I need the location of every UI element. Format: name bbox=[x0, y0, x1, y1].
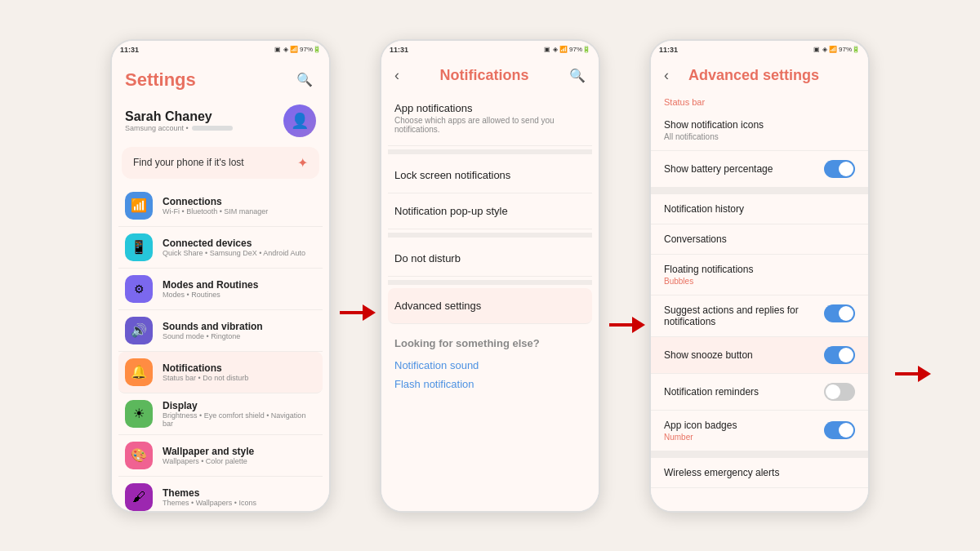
emergency-title: Wireless emergency alerts bbox=[664, 467, 855, 478]
list-item-connected-devices[interactable]: 📱 Connected devices Quick Share • Samsun… bbox=[118, 227, 323, 269]
reminders-text: Notification reminders bbox=[664, 386, 824, 398]
arrow-3 bbox=[895, 366, 931, 382]
avatar-icon: 👤 bbox=[291, 112, 309, 130]
notif-item-dnd[interactable]: Do not disturb bbox=[388, 241, 592, 277]
notif-history-title: Notification history bbox=[664, 203, 855, 215]
profile-name: Sarah Chaney bbox=[125, 109, 274, 124]
phone-2-notifications: 11:31 ▣ ◈ 📶 97%🔋 ‹ Notifications 🔍 App n… bbox=[380, 39, 600, 513]
search-button[interactable]: 🔍 bbox=[293, 69, 316, 91]
divider-3 bbox=[388, 280, 592, 285]
sounds-sub: Sound mode • Ringtone bbox=[163, 332, 316, 340]
show-notif-icons-title: Show notification icons bbox=[664, 119, 855, 131]
adv-item-battery-pct[interactable]: Show battery percentage bbox=[651, 151, 868, 188]
suggest-actions-title: Suggest actions and replies for notifica… bbox=[664, 304, 824, 327]
display-title: Display bbox=[163, 400, 316, 411]
settings-list: 📶 Connections Wi-Fi • Bluetooth • SIM ma… bbox=[112, 185, 329, 511]
list-item-display[interactable]: ☀ Display Brightness • Eye comfort shiel… bbox=[118, 393, 323, 435]
snooze-title: Show snooze button bbox=[664, 349, 824, 361]
phone-3-wrapper: 11:31 ▣ ◈ 📶 97%🔋 ‹ Advanced settings Sta… bbox=[649, 39, 870, 513]
notification-sound-link[interactable]: Notification sound bbox=[394, 356, 586, 375]
back-button-2[interactable]: ‹ bbox=[394, 67, 399, 84]
notifications-nav-title: Notifications bbox=[439, 67, 528, 84]
list-item-wallpaper[interactable]: 🎨 Wallpaper and style Wallpapers • Color… bbox=[118, 435, 323, 477]
list-item-modes[interactable]: ⚙ Modes and Routines Modes • Routines bbox=[118, 269, 323, 310]
settings-header: Settings 🔍 bbox=[112, 59, 329, 98]
notif-item-app-notifications[interactable]: App notifications Choose which apps are … bbox=[388, 91, 592, 146]
reminders-title: Notification reminders bbox=[664, 386, 824, 398]
suggest-actions-text: Suggest actions and replies for notifica… bbox=[664, 304, 824, 327]
show-notif-icons-sub: All notifications bbox=[664, 132, 855, 141]
connections-icon: 📶 bbox=[125, 192, 153, 220]
notifications-list: App notifications Choose which apps are … bbox=[381, 91, 599, 324]
arrow-1-shaft bbox=[340, 311, 363, 314]
time-1: 11:31 bbox=[120, 46, 139, 54]
profile-sub: Samsung account • bbox=[125, 124, 274, 132]
adv-item-floating[interactable]: Floating notifications Bubbles bbox=[651, 255, 868, 295]
app-notif-title: App notifications bbox=[394, 102, 586, 114]
wallpaper-icon: 🎨 bbox=[125, 442, 153, 469]
settings-title: Settings bbox=[125, 69, 196, 91]
modes-icon: ⚙ bbox=[125, 275, 153, 303]
app-notif-sub: Choose which apps are allowed to send yo… bbox=[394, 116, 586, 134]
app-badges-title: App icon badges bbox=[664, 420, 824, 431]
battery-pct-toggle[interactable] bbox=[824, 160, 855, 178]
sparkle-icon: ✦ bbox=[297, 155, 308, 171]
nav-header-2: ‹ Notifications 🔍 bbox=[381, 59, 599, 91]
profile-section[interactable]: Sarah Chaney Samsung account • 👤 bbox=[112, 98, 329, 147]
status-icons-1: ▣ ◈ 📶 97%🔋 bbox=[274, 46, 321, 53]
find-phone-banner[interactable]: Find your phone if it's lost ✦ bbox=[122, 147, 319, 179]
notifications-text: Notifications Status bar • Do not distur… bbox=[163, 362, 316, 382]
notif-item-popup[interactable]: Notification pop-up style bbox=[388, 193, 592, 229]
looking-section: Looking for something else? Notification… bbox=[381, 324, 599, 400]
adv-item-reminders[interactable]: Notification reminders bbox=[651, 374, 868, 411]
adv-item-conversations[interactable]: Conversations bbox=[651, 224, 868, 255]
floating-title: Floating notifications bbox=[664, 264, 855, 275]
arrow-3-shaft bbox=[895, 372, 918, 375]
conversations-title: Conversations bbox=[664, 233, 855, 245]
connections-sub: Wi-Fi • Bluetooth • SIM manager bbox=[163, 207, 316, 216]
battery-icon-1: ▣ ◈ 📶 97%🔋 bbox=[274, 46, 321, 53]
sounds-text: Sounds and vibration Sound mode • Ringto… bbox=[163, 321, 316, 340]
list-item-themes[interactable]: 🖌 Themes Themes • Wallpapers • Icons bbox=[118, 477, 323, 511]
divider-2 bbox=[388, 233, 592, 238]
profile-sub-bar bbox=[192, 126, 233, 131]
status-icons-2: ▣ ◈ 📶 97%🔋 bbox=[544, 46, 590, 53]
sounds-icon: 🔊 bbox=[125, 317, 153, 344]
lock-notif-title: Lock screen notifications bbox=[394, 169, 586, 181]
list-item-sounds[interactable]: 🔊 Sounds and vibration Sound mode • Ring… bbox=[118, 310, 323, 352]
reminders-toggle[interactable] bbox=[824, 383, 855, 401]
arrow-1 bbox=[340, 304, 376, 321]
notif-item-lock[interactable]: Lock screen notifications bbox=[388, 158, 592, 193]
app-badges-text: App icon badges Number bbox=[664, 420, 824, 442]
themes-icon: 🖌 bbox=[125, 483, 153, 511]
adv-item-emergency[interactable]: Wireless emergency alerts bbox=[651, 458, 868, 488]
snooze-toggle[interactable] bbox=[824, 346, 855, 364]
notif-item-advanced[interactable]: Advanced settings bbox=[388, 288, 592, 324]
connected-devices-text: Connected devices Quick Share • Samsung … bbox=[163, 238, 316, 257]
list-item-connections[interactable]: 📶 Connections Wi-Fi • Bluetooth • SIM ma… bbox=[118, 185, 323, 227]
flash-notification-link[interactable]: Flash notification bbox=[394, 375, 586, 393]
screen-1: Settings 🔍 Sarah Chaney Samsung account … bbox=[112, 59, 329, 511]
advanced-list: Status bar Show notification icons All n… bbox=[651, 91, 868, 488]
find-phone-text: Find your phone if it's lost bbox=[133, 157, 244, 168]
app-badges-sub: Number bbox=[664, 433, 824, 442]
adv-item-notif-history[interactable]: Notification history bbox=[651, 194, 868, 224]
app-badges-toggle[interactable] bbox=[824, 421, 855, 439]
main-container: 11:31 ▣ ◈ 📶 97%🔋 Settings 🔍 Sarah Chaney bbox=[94, 23, 886, 529]
show-notif-icons-text: Show notification icons All notification… bbox=[664, 119, 855, 141]
adv-item-snooze[interactable]: Show snooze button bbox=[651, 337, 868, 374]
phone-2-wrapper: 11:31 ▣ ◈ 📶 97%🔋 ‹ Notifications 🔍 App n… bbox=[380, 39, 600, 513]
connected-devices-sub: Quick Share • Samsung DeX • Android Auto bbox=[163, 249, 316, 257]
back-button-3[interactable]: ‹ bbox=[664, 67, 669, 84]
list-item-notifications[interactable]: 🔔 Notifications Status bar • Do not dist… bbox=[118, 352, 323, 393]
themes-title: Themes bbox=[163, 487, 316, 499]
battery-pct-title: Show battery percentage bbox=[664, 163, 824, 175]
section-divider-2 bbox=[651, 451, 868, 458]
status-bar-section-label: Status bar bbox=[651, 91, 868, 110]
suggest-actions-toggle[interactable] bbox=[824, 304, 855, 322]
adv-item-show-notif-icons[interactable]: Show notification icons All notification… bbox=[651, 110, 868, 151]
adv-item-suggest-actions[interactable]: Suggest actions and replies for notifica… bbox=[651, 295, 868, 337]
adv-item-app-badges[interactable]: App icon badges Number bbox=[651, 411, 868, 451]
arrow-2-shaft bbox=[609, 323, 632, 327]
search-icon-2[interactable]: 🔍 bbox=[569, 68, 586, 83]
